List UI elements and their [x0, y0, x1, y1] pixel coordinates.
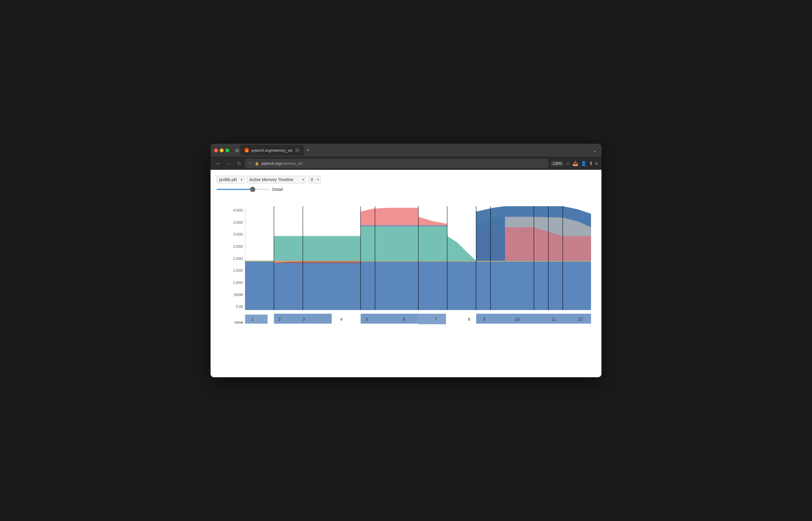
maximize-button[interactable] — [225, 149, 229, 152]
zoom-badge: 120% — [551, 161, 564, 166]
svg-rect-24 — [446, 313, 476, 325]
svg-text:2.50G: 2.50G — [233, 245, 243, 249]
svg-text:9: 9 — [483, 317, 485, 321]
title-bar: ⊞ 🔥 pytorch.org/memory_viz × + ⌄ — [211, 144, 601, 157]
tab-close-button[interactable]: × — [295, 148, 300, 153]
svg-text:3: 3 — [303, 317, 305, 321]
bottom-blue-band-4 — [419, 313, 446, 324]
purple-stripe — [361, 225, 448, 226]
nav-bar: ← → ↻ 🛡 🔒 pytorch.org/memory_viz 120% ☆ … — [211, 157, 601, 170]
view-select[interactable]: Active Memory Timeline — [247, 176, 306, 183]
svg-text:3.50G: 3.50G — [233, 221, 243, 225]
svg-text:6: 6 — [403, 317, 405, 321]
svg-text:4: 4 — [340, 317, 343, 321]
svg-text:10: 10 — [515, 317, 520, 321]
memory-timeline-chart: 4.00G 3.50G 3.00G 2.50G 2.00G 1.50G 1.00… — [216, 195, 596, 338]
tab-favicon: 🔥 — [244, 148, 249, 153]
device-select-wrapper: 0 — [308, 176, 321, 183]
page-content: profile.pkl Active Memory Timeline 0 Det… — [211, 170, 601, 377]
svg-rect-23 — [332, 313, 361, 325]
new-tab-button[interactable]: + — [304, 146, 312, 154]
share-icon[interactable]: ⬆ — [589, 161, 593, 166]
blue-base-area — [245, 261, 591, 310]
device-select[interactable]: 0 — [308, 176, 321, 183]
shield-icon: 🛡 — [249, 161, 252, 166]
address-bar[interactable]: 🛡 🔒 pytorch.org/memory_viz — [245, 159, 548, 168]
forward-button[interactable]: → — [225, 160, 233, 167]
svg-text:1.00G: 1.00G — [233, 281, 243, 285]
bookmark-icon[interactable]: ☆ — [566, 161, 570, 166]
detail-slider[interactable] — [216, 189, 270, 190]
nav-icons: ☆ 📥 👤 ⬆ ≡ — [566, 161, 598, 166]
file-select[interactable]: profile.pkl — [216, 176, 244, 183]
minimize-button[interactable] — [220, 149, 223, 152]
toolbar: profile.pkl Active Memory Timeline 0 — [216, 176, 596, 183]
tab-label: pytorch.org/memory_viz — [252, 148, 292, 153]
tab-bar: ⊞ 🔥 pytorch.org/memory_viz × + — [235, 145, 589, 156]
traffic-lights — [214, 149, 229, 152]
svg-text:0.00: 0.00 — [236, 305, 243, 309]
svg-text:11: 11 — [551, 317, 556, 321]
browser-window: ⊞ 🔥 pytorch.org/memory_viz × + ⌄ ← → ↻ 🛡… — [211, 144, 601, 377]
back-button[interactable]: ← — [214, 160, 222, 167]
svg-text:5: 5 — [366, 317, 368, 321]
url-domain: pytorch.org — [262, 161, 281, 166]
svg-text:4.00G: 4.00G — [233, 208, 243, 212]
active-tab[interactable]: 🔥 pytorch.org/memory_viz × — [240, 145, 304, 156]
pocket-icon[interactable]: 📥 — [572, 161, 578, 166]
pink-area — [361, 208, 448, 225]
svg-text:500M: 500M — [234, 293, 243, 297]
svg-text:12: 12 — [578, 317, 583, 321]
detail-label: Detail — [272, 187, 283, 192]
bottom-blue-band-1 — [245, 315, 268, 324]
svg-text:3.00G: 3.00G — [233, 232, 243, 236]
svg-text:2.00G: 2.00G — [233, 257, 243, 261]
svg-rect-22 — [268, 313, 274, 325]
close-button[interactable] — [214, 149, 218, 152]
svg-text:none: none — [235, 320, 243, 324]
tab-grid-icon[interactable]: ⊞ — [235, 148, 239, 153]
svg-text:8: 8 — [468, 317, 470, 321]
chart-container: 4.00G 3.50G 3.00G 2.50G 2.00G 1.50G 1.00… — [216, 195, 596, 338]
window-controls: ⌄ — [592, 146, 598, 154]
url-display: pytorch.org/memory_viz — [262, 161, 303, 166]
reload-button[interactable]: ↻ — [235, 159, 243, 167]
svg-text:1: 1 — [252, 317, 254, 321]
slider-row: Detail — [216, 187, 596, 192]
account-icon[interactable]: 👤 — [581, 161, 587, 166]
svg-text:1.50G: 1.50G — [233, 269, 243, 273]
url-path: /memory_viz — [281, 161, 303, 166]
view-select-wrapper: Active Memory Timeline — [247, 176, 306, 183]
window-collapse-button[interactable]: ⌄ — [592, 146, 598, 154]
bottom-blue-band-5 — [476, 313, 591, 324]
lock-icon: 🔒 — [255, 161, 259, 166]
menu-icon[interactable]: ≡ — [595, 161, 598, 166]
bottom-blue-band-3 — [361, 313, 419, 324]
svg-rect-21 — [245, 310, 591, 314]
file-select-wrapper: profile.pkl — [216, 176, 244, 183]
svg-text:2: 2 — [278, 317, 281, 321]
svg-text:7: 7 — [435, 317, 437, 321]
